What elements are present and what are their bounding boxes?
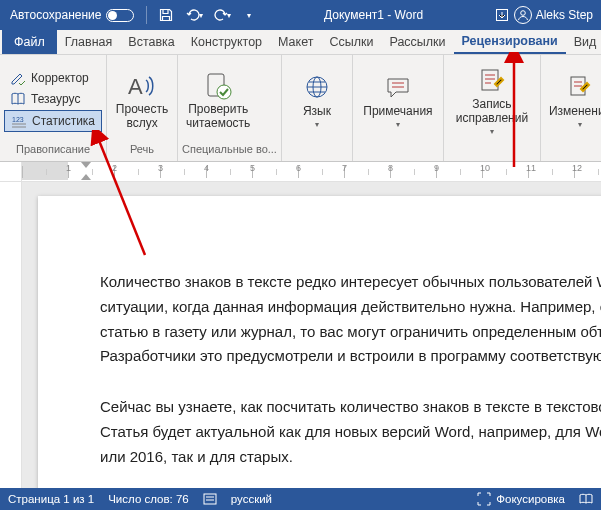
tab-file[interactable]: Файл bbox=[2, 30, 57, 54]
tab-review[interactable]: Рецензировани bbox=[454, 30, 566, 54]
proofing-status-icon bbox=[203, 492, 217, 506]
check-accessibility-label: Проверить читаемость bbox=[186, 103, 250, 131]
chevron-down-icon: ▾ bbox=[578, 120, 582, 129]
status-language[interactable]: русский bbox=[231, 493, 272, 505]
word-count-button[interactable]: 123 Статистика bbox=[4, 110, 102, 132]
svg-rect-8 bbox=[482, 70, 498, 90]
word-count-label: Статистика bbox=[32, 114, 95, 128]
read-mode-icon bbox=[579, 492, 593, 506]
status-bar: Страница 1 из 1 Число слов: 76 русский Ф… bbox=[0, 488, 601, 510]
group-label-tracking bbox=[448, 143, 536, 161]
group-tracking: Запись исправлений ▾ bbox=[444, 55, 541, 161]
language-label: Язык bbox=[303, 105, 331, 119]
read-aloud-icon: A bbox=[126, 69, 158, 103]
stats-icon: 123 bbox=[11, 113, 27, 129]
language-button[interactable]: Язык ▾ bbox=[286, 69, 348, 131]
chevron-down-icon: ▾ bbox=[396, 120, 400, 129]
chevron-down-icon: ▾ bbox=[247, 11, 251, 20]
read-aloud-label: Прочесть вслух bbox=[116, 103, 168, 131]
changes-label: Изменения bbox=[549, 105, 601, 119]
group-label-changes bbox=[545, 143, 601, 161]
svg-point-1 bbox=[520, 11, 525, 16]
page-viewport[interactable]: Количество знаков в тексте редко интерес… bbox=[22, 182, 601, 488]
status-word-count[interactable]: Число слов: 76 bbox=[108, 493, 189, 505]
thesaurus-button[interactable]: Тезаурус bbox=[4, 89, 102, 109]
save-icon bbox=[158, 7, 174, 23]
autosave-toggle[interactable]: Автосохранение bbox=[4, 8, 140, 22]
chevron-down-icon: ▾ bbox=[490, 127, 494, 136]
paragraph[interactable]: Сейчас вы узнаете, как посчитать количес… bbox=[100, 395, 601, 469]
ribbon-tabs: Файл Главная Вставка Конструктор Макет С… bbox=[0, 30, 601, 55]
focus-icon bbox=[477, 492, 491, 506]
group-label-proofing: Правописание bbox=[4, 143, 102, 161]
check-accessibility-button[interactable]: Проверить читаемость bbox=[182, 67, 254, 133]
ruler[interactable]: 1 2 3 4 5 6 7 8 9 10 11 12 bbox=[0, 162, 601, 182]
tab-layout[interactable]: Макет bbox=[270, 30, 321, 54]
redo-button[interactable]: ▾ bbox=[209, 3, 235, 27]
track-changes-icon bbox=[477, 64, 507, 98]
tab-references[interactable]: Ссылки bbox=[321, 30, 381, 54]
svg-rect-10 bbox=[204, 494, 216, 504]
ribbon-options-icon[interactable] bbox=[494, 7, 510, 23]
group-accessibility: Проверить читаемость Специальные во... bbox=[178, 55, 282, 161]
ribbon: Корректор Тезаурус 123 Статистика Правоп… bbox=[0, 55, 601, 162]
page[interactable]: Количество знаков в тексте редко интерес… bbox=[38, 196, 601, 488]
separator bbox=[146, 6, 147, 24]
title-right: Aleks Step bbox=[494, 6, 597, 24]
account-name[interactable]: Aleks Step bbox=[536, 8, 593, 22]
window-title: Документ1 - Word bbox=[263, 8, 493, 22]
paragraph[interactable]: Количество знаков в тексте редко интерес… bbox=[100, 270, 601, 369]
document-name: Документ1 - Word bbox=[324, 8, 423, 22]
undo-button[interactable]: ▾ bbox=[181, 3, 207, 27]
book-icon bbox=[10, 91, 26, 107]
track-changes-label: Запись исправлений bbox=[456, 98, 528, 126]
tab-view[interactable]: Вид bbox=[566, 30, 601, 54]
changes-icon bbox=[565, 71, 595, 105]
document-area: Количество знаков в тексте редко интерес… bbox=[0, 182, 601, 488]
group-changes: Изменения ▾ bbox=[541, 55, 601, 161]
title-bar: Автосохранение ▾ ▾ ▾ Документ1 - Word Al… bbox=[0, 0, 601, 30]
thesaurus-label: Тезаурус bbox=[31, 92, 80, 106]
horizontal-ruler[interactable]: 1 2 3 4 5 6 7 8 9 10 11 12 bbox=[22, 162, 601, 181]
status-focus-mode[interactable]: Фокусировка bbox=[477, 492, 565, 506]
svg-point-5 bbox=[217, 85, 231, 99]
qat-customize-button[interactable]: ▾ bbox=[237, 3, 263, 27]
comments-label: Примечания bbox=[363, 105, 432, 119]
comment-icon bbox=[383, 71, 413, 105]
toggle-switch-icon bbox=[106, 9, 134, 22]
svg-text:A: A bbox=[128, 74, 143, 99]
tab-insert[interactable]: Вставка bbox=[120, 30, 182, 54]
corrector-button[interactable]: Корректор bbox=[4, 68, 102, 88]
group-language: Язык ▾ bbox=[282, 55, 353, 161]
vertical-ruler[interactable] bbox=[0, 182, 22, 488]
autosave-label: Автосохранение bbox=[10, 8, 101, 22]
corrector-label: Корректор bbox=[31, 71, 89, 85]
group-label-language bbox=[286, 143, 348, 161]
quick-access-toolbar: ▾ ▾ ▾ bbox=[153, 3, 263, 27]
accessibility-check-icon bbox=[202, 69, 234, 103]
status-page[interactable]: Страница 1 из 1 bbox=[8, 493, 94, 505]
account-avatar-icon[interactable] bbox=[514, 6, 532, 24]
tab-design[interactable]: Конструктор bbox=[183, 30, 270, 54]
read-aloud-button[interactable]: A Прочесть вслух bbox=[111, 67, 173, 133]
save-button[interactable] bbox=[153, 3, 179, 27]
tab-mailings[interactable]: Рассылки bbox=[381, 30, 453, 54]
group-comments: Примечания ▾ bbox=[353, 55, 444, 161]
chevron-down-icon: ▾ bbox=[315, 120, 319, 129]
tab-home[interactable]: Главная bbox=[57, 30, 121, 54]
group-label-accessibility: Специальные во... bbox=[182, 143, 277, 161]
changes-button[interactable]: Изменения ▾ bbox=[545, 69, 601, 131]
status-proofing[interactable] bbox=[203, 492, 217, 506]
svg-text:123: 123 bbox=[12, 116, 24, 123]
ruler-corner bbox=[0, 162, 22, 181]
globe-icon bbox=[302, 71, 332, 105]
pencil-check-icon bbox=[10, 70, 26, 86]
comments-button[interactable]: Примечания ▾ bbox=[357, 69, 439, 131]
group-speech: A Прочесть вслух Речь bbox=[107, 55, 178, 161]
view-buttons[interactable] bbox=[579, 492, 593, 506]
chevron-down-icon: ▾ bbox=[227, 11, 231, 20]
chevron-down-icon: ▾ bbox=[199, 11, 203, 20]
track-changes-button[interactable]: Запись исправлений ▾ bbox=[448, 62, 536, 138]
group-proofing: Корректор Тезаурус 123 Статистика Правоп… bbox=[0, 55, 107, 161]
group-label-comments bbox=[357, 143, 439, 161]
